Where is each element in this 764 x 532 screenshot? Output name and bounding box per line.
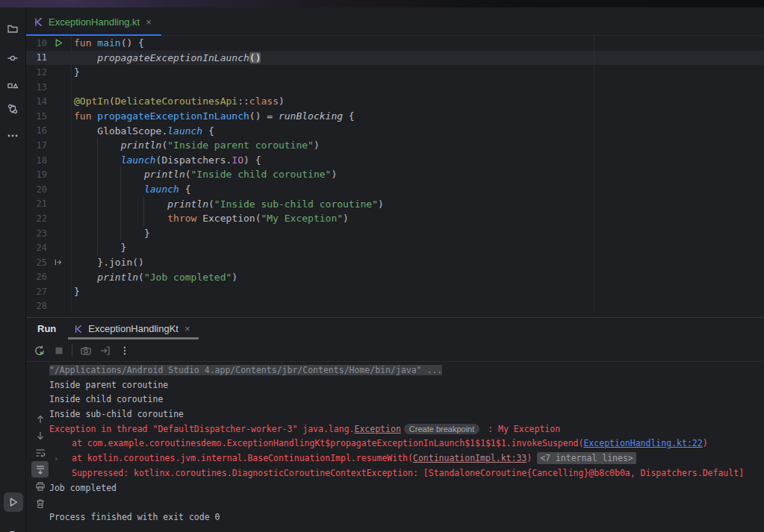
gutter-icon-slot[interactable] [52,257,74,267]
line-number[interactable]: 24 [26,242,52,253]
line-number[interactable]: 25 [26,257,52,268]
fold-expand-icon[interactable]: › [54,451,59,466]
editor-tab[interactable]: ExceptionHandling.kt × [26,7,161,36]
run-tool-window: Run ExceptionHandlingKt × [26,317,764,532]
code-token: class [249,96,279,107]
clear-all-trash-icon[interactable] [34,497,47,510]
soft-wrap-icon[interactable] [34,445,47,459]
line-number[interactable]: 23 [26,228,52,239]
error-text: Suppressed: kotlinx.coroutines.Diagnosti… [72,468,744,478]
exception-link[interactable]: Exception [355,424,401,434]
console-line: Process finished with exit code 0 [49,510,764,525]
error-text: Exception in thread "DefaultDispatcher-w… [49,424,355,434]
line-number[interactable]: 22 [26,213,52,224]
code-text: fun propagateExceptionInLaunch() = runBl… [74,109,355,124]
source-location-link[interactable]: ExceptionHandling.kt:22 [583,438,702,448]
line-number[interactable]: 12 [26,67,52,78]
code-token: "Inside sub-child coroutine" [214,198,378,210]
code-token [74,184,144,195]
project-folder-icon[interactable] [0,18,25,39]
thread-dump-camera-icon[interactable] [79,344,92,357]
vcs-update-icon[interactable] [0,98,25,119]
console-line: Job completed [49,481,764,496]
code-token: runBlocking [279,110,343,122]
build-hammer-icon[interactable] [0,525,25,532]
code-token: ) [314,140,320,151]
code-line: 14@OptIn(DelicateCoroutinesApi::class) [26,94,764,109]
code-token [74,140,121,151]
rerun-button[interactable] [33,344,46,357]
gutter-icon-slot[interactable] [52,38,74,48]
code-token: Exception( [196,213,261,224]
code-token: launch [167,125,202,137]
code-token: :: [237,96,249,107]
code-token [74,154,121,166]
code-token: { [179,184,191,195]
line-number[interactable]: 13 [26,82,52,93]
console-text: Process finished with exit code 0 [49,512,220,522]
run-tab-close-icon[interactable]: × [184,324,191,334]
code-editor[interactable]: 10fun main() {11 propagateExceptionInLau… [26,36,764,317]
kotlin-file-icon [34,17,43,27]
code-token [74,52,97,63]
run-line-icon[interactable] [54,38,63,48]
down-stack-trace-icon[interactable] [34,429,47,442]
code-token: { [343,110,355,122]
code-line: 19 println("Inside child coroutine") [26,167,764,182]
kotlin-file-icon [74,325,83,334]
run-configuration-tab[interactable]: ExceptionHandlingKt × [68,318,198,339]
line-number[interactable]: 14 [26,96,52,107]
code-text: } [74,284,80,299]
print-icon[interactable] [34,480,47,493]
code-token [74,213,167,224]
stop-button[interactable] [52,344,65,357]
code-line: 27} [26,284,764,299]
internal-lines-badge[interactable]: <7 internal lines> [537,452,636,464]
code-token: "Inside child coroutine" [191,169,332,180]
scroll-to-end-icon[interactable] [31,461,49,478]
line-number[interactable]: 18 [26,155,52,166]
code-line: 16 GlobalScope.launch { [26,124,764,139]
editor-tab-close-icon[interactable]: × [145,17,152,27]
code-token: DelicateCoroutinesApi [115,96,237,107]
console[interactable]: "/Applications/Android Studio 4.app/Cont… [26,362,764,532]
create-breakpoint-badge[interactable]: Create breakpoint [404,424,479,434]
code-line: 18 launch(Dispatchers.IO) { [26,153,764,168]
import-test-results-icon[interactable] [99,344,111,357]
code-token: propagateExceptionInLaunch [97,52,249,63]
line-number[interactable]: 27 [26,287,52,297]
exception-link[interactable]: ContinuationImpl.kt:33 [413,453,527,463]
line-number[interactable]: 28 [26,301,52,311]
code-token: throw [167,213,196,224]
code-line: 11 propagateExceptionInLaunch() [26,51,764,66]
more-tool-windows-icon[interactable] [0,125,25,146]
line-number[interactable]: 20 [26,184,52,195]
run-tool-window-icon[interactable] [4,492,23,512]
commit-icon[interactable] [0,48,25,69]
structure-icon[interactable] [0,73,25,94]
line-number[interactable]: 26 [26,272,52,282]
line-number[interactable]: 10 [26,38,52,48]
line-number[interactable]: 19 [26,169,52,180]
code-line: 24 } [26,240,764,255]
code-token: ( [109,96,115,107]
console-text: Inside parent coroutine [49,380,168,390]
code-text: println("Job completed") [74,270,237,285]
more-options-kebab-icon[interactable] [118,344,131,357]
code-line: 10fun main() { [26,36,764,51]
toolbar-separator [72,344,72,357]
code-token: propagateExceptionInLaunch [97,110,249,122]
code-line: 12} [26,65,764,80]
code-line: 26 println("Job completed") [26,270,764,285]
line-number[interactable]: 15 [26,111,52,122]
line-number[interactable]: 11 [26,52,52,63]
line-number[interactable]: 17 [26,140,52,151]
code-token: (Dispatchers. [156,154,232,166]
line-number[interactable]: 16 [26,125,52,136]
run-panel-title: Run [37,323,56,334]
console-text: Inside sub-child coroutine [49,409,184,419]
code-token: { [202,125,214,137]
code-token: fun [74,110,91,122]
line-number[interactable]: 21 [26,198,52,209]
up-stack-trace-icon[interactable] [34,413,47,426]
